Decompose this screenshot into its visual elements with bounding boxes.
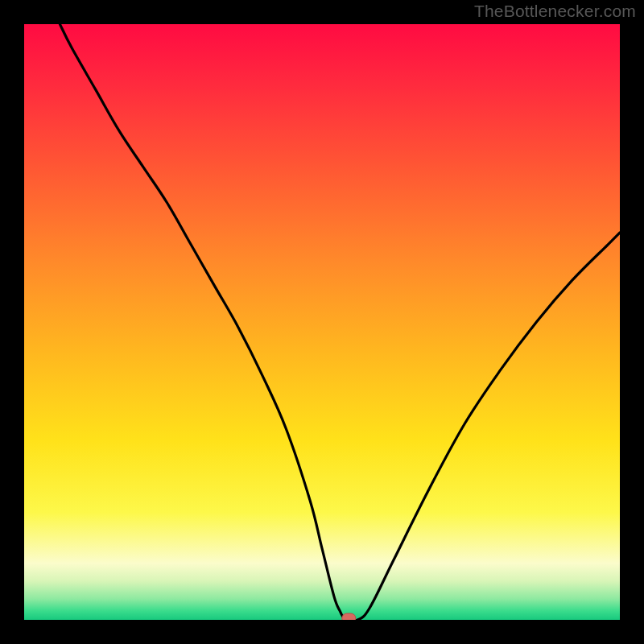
optimum-marker bbox=[342, 613, 356, 620]
chart-frame: TheBottlenecker.com bbox=[0, 0, 644, 644]
bottleneck-chart bbox=[24, 24, 620, 620]
gradient-background bbox=[24, 24, 620, 620]
plot-area bbox=[24, 24, 620, 620]
attribution-text: TheBottlenecker.com bbox=[474, 2, 636, 21]
